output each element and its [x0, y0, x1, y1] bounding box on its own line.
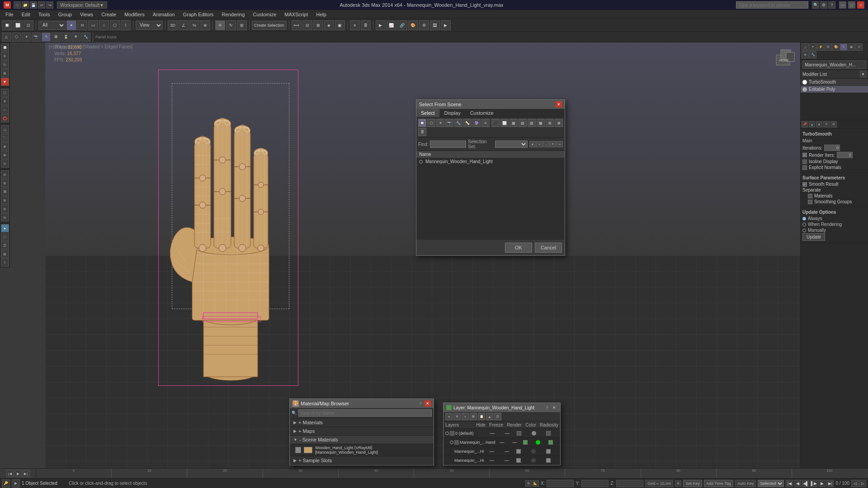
delete-modifier-btn[interactable]: ✕ — [823, 121, 830, 127]
search-input[interactable] — [736, 1, 808, 9]
mb-material-item-0[interactable]: Wooden_Hand_Light (VRayMtl) [Mannequin_W… — [290, 444, 434, 456]
sfs-icon-2[interactable]: + — [536, 141, 542, 147]
viewport-dropdown[interactable]: View — [136, 21, 163, 30]
left-icon-16[interactable]: ⊚ — [1, 179, 9, 187]
left-icon-9[interactable]: ⭕ — [1, 114, 9, 122]
smoothing-checkbox[interactable] — [808, 200, 812, 204]
left-icon-6[interactable]: ⬡ — [1, 89, 9, 97]
render-iters-checkbox[interactable]: ✓ — [802, 153, 807, 157]
ld-help-btn[interactable]: ? — [544, 404, 550, 411]
render-frame-btn[interactable]: 🖼 — [430, 20, 440, 30]
prev-frame-btn2[interactable]: ◀ — [794, 480, 801, 487]
render-setup-btn[interactable]: ⚙ — [419, 20, 429, 30]
nav-cube[interactable]: HOME — [774, 46, 797, 70]
place-highlight-btn[interactable]: ◈ — [324, 20, 334, 30]
mb-title-bar[interactable]: 🎨 Material/Map Browser ? ✕ — [290, 399, 434, 408]
sfs-tool-3[interactable]: ☀ — [436, 119, 444, 127]
left-icon-17[interactable]: ⌘ — [1, 188, 9, 196]
sfs-icon-4[interactable]: ✕ — [550, 141, 556, 147]
set-key-btn[interactable]: Set Key — [683, 480, 702, 487]
left-icon-4[interactable]: ⊞ — [1, 69, 9, 77]
sfs-tool-1[interactable]: 🔲 — [418, 119, 426, 127]
next-frame-btn[interactable]: ▶| — [23, 470, 30, 477]
isoline-checkbox[interactable] — [802, 160, 807, 164]
menu-animation[interactable]: Animation — [149, 11, 179, 18]
menu-customize[interactable]: Customize — [249, 11, 280, 18]
quick-access-undo[interactable]: ↩ — [38, 1, 45, 9]
ld-color-dot-1[interactable] — [536, 440, 540, 445]
ld-color-dot-3[interactable] — [531, 458, 536, 463]
mb-close-button[interactable]: ✕ — [425, 400, 431, 407]
coord-icon-2[interactable]: 📐 — [533, 480, 539, 487]
panel-icon-2[interactable]: ✦ — [809, 43, 816, 51]
sfs-tool-4[interactable]: 📷 — [445, 119, 453, 127]
left-icon-21[interactable]: ● — [1, 224, 9, 232]
when-rendering-radio[interactable]: When Rendering — [802, 221, 866, 227]
settings-icon[interactable]: ⚙ — [675, 480, 681, 487]
menu-maxscript[interactable]: MAXScript — [281, 11, 311, 18]
ld-layer-row-1[interactable]: Mannequin_...Hand — — — [443, 438, 560, 447]
ld-tool-7[interactable]: ⊡ — [494, 413, 501, 420]
sfs-icon-5[interactable]: ≡ — [557, 141, 563, 147]
panel-icon-10[interactable]: 🔧 — [809, 51, 816, 58]
play-fwd-btn[interactable]: ▌▶ — [810, 480, 817, 487]
smooth-checkbox[interactable]: ✓ — [802, 182, 807, 187]
modify-btn[interactable]: ✎ — [42, 33, 51, 42]
normal-align-btn[interactable]: ⊠ — [313, 20, 323, 30]
ld-color-dot-0[interactable] — [532, 431, 536, 436]
motion-btn[interactable]: ⌛ — [61, 33, 71, 42]
prev-key-btn[interactable]: |◀ — [786, 480, 793, 487]
left-icon-13[interactable]: ⊗ — [1, 151, 9, 159]
mb-section-scene-materials[interactable]: ▼ - Scene Materials — [290, 436, 434, 444]
menu-create[interactable]: Create — [98, 11, 120, 18]
left-icon-23[interactable]: ☰ — [1, 241, 9, 249]
left-icon-19[interactable]: ⊜ — [1, 205, 9, 213]
sfs-tool-sort-9[interactable]: ≣ — [418, 128, 426, 136]
window-crossing-btn[interactable]: ⊡ — [24, 20, 33, 30]
mb-section-maps[interactable]: ▶ + Maps — [290, 427, 434, 436]
ld-tool-2[interactable]: ✕ — [453, 413, 461, 420]
display-btn[interactable]: 👁 — [71, 33, 80, 42]
left-icon-12[interactable]: ⊕ — [1, 142, 9, 150]
sfs-tool-sort-2[interactable]: ⬜ — [500, 119, 509, 127]
render-production-btn[interactable]: ▶ — [441, 20, 451, 30]
utilities-btn[interactable]: 🔧 — [81, 33, 90, 42]
menu-rendering[interactable]: Rendering — [218, 11, 249, 18]
iterations-input[interactable] — [824, 145, 840, 151]
sfs-icon-1[interactable]: ▼ — [529, 141, 536, 147]
create-shape-btn[interactable]: ⬡ — [12, 33, 21, 42]
sfs-tab-select[interactable]: Select — [416, 109, 440, 117]
select-object-btn[interactable]: 🔲 — [2, 20, 12, 30]
mb-help-btn[interactable]: ? — [417, 400, 424, 407]
x-coord-input[interactable] — [547, 480, 574, 487]
sfs-find-input[interactable] — [430, 141, 466, 148]
minimize-button[interactable]: ─ — [839, 1, 846, 9]
spinner-snap-btn[interactable]: ⊕ — [200, 20, 210, 30]
sfs-tool-6[interactable]: 🦴 — [463, 119, 472, 127]
quick-access-open[interactable]: 📁 — [22, 1, 29, 9]
select-region-rect[interactable]: ▭ — [88, 20, 98, 30]
materials-checkbox[interactable] — [808, 194, 812, 198]
sfs-tool-2[interactable]: ⬡ — [427, 119, 435, 127]
open-mini-curve-btn[interactable]: 📈 — [387, 20, 396, 30]
panel-icon-6[interactable]: ✎ — [840, 43, 847, 51]
panel-icon-7[interactable]: ◉ — [848, 43, 855, 51]
menu-graph-editors[interactable]: Graph Editors — [179, 11, 217, 18]
quick-access-new[interactable]: □ — [14, 1, 21, 9]
ribbon-btn[interactable]: ≣ — [361, 20, 371, 30]
left-icon-14[interactable]: ⊙ — [1, 160, 9, 168]
ld-tool-1[interactable]: ≡ — [445, 413, 453, 420]
left-icon-20[interactable]: ⊝ — [1, 213, 9, 221]
next-key-btn[interactable]: ▶| — [826, 480, 834, 487]
next-frame-btn2[interactable]: ▶ — [818, 480, 826, 487]
schematic-view-btn[interactable]: 🔗 — [397, 20, 407, 30]
select-name-btn[interactable]: H — [77, 20, 87, 30]
update-button[interactable]: Update — [802, 233, 825, 241]
left-icon-25[interactable]: ? — [1, 258, 9, 267]
sfs-sel-set-dropdown[interactable] — [495, 141, 528, 148]
ld-tool-4[interactable]: ⊞ — [470, 413, 477, 420]
coord-icon-1[interactable]: ⊕ — [525, 480, 532, 487]
close-button[interactable]: ✕ — [857, 1, 864, 9]
modifier-list-dropdown[interactable]: ▼ — [860, 71, 866, 77]
left-icon-24[interactable]: ⊞ — [1, 250, 9, 258]
